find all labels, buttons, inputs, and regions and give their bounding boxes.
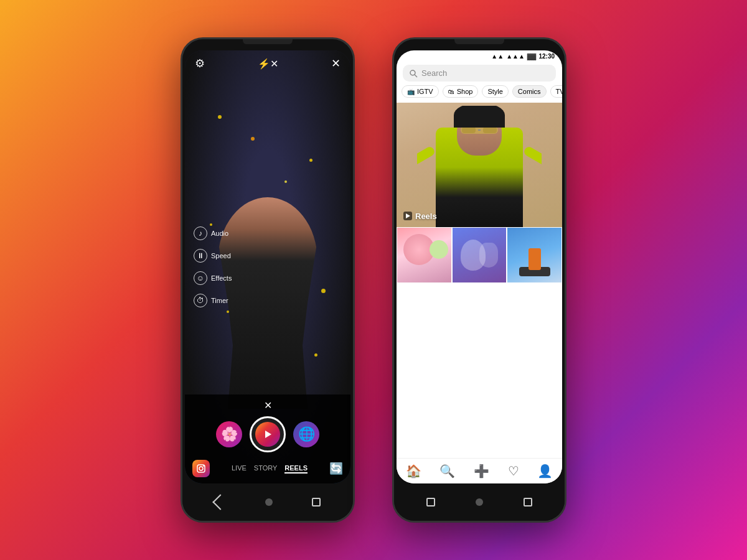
mode-live[interactable]: LIVE — [232, 464, 247, 474]
mode-row: LIVE STORY REELS 🔄 — [185, 457, 350, 480]
explore-content: Reels — [397, 103, 562, 458]
bottom-navigation: 🏠 🔍 ➕ ♡ 👤 — [397, 458, 562, 483]
main-reel-video[interactable]: Reels — [397, 103, 562, 227]
effects-icon: ☺ — [194, 271, 207, 285]
speed-icon: ⏸ — [194, 249, 207, 263]
instagram-icon — [196, 464, 206, 474]
timer-menu-item[interactable]: ⏱ Timer — [194, 294, 232, 307]
igtv-tag-icon: 📺 — [407, 88, 415, 95]
person-head — [457, 109, 502, 156]
time-display: 12:30 — [538, 53, 555, 60]
audio-icon: ♪ — [194, 226, 207, 240]
recents-button[interactable] — [312, 498, 321, 506]
mode-tabs: LIVE STORY REELS — [232, 464, 308, 474]
home-button-right[interactable] — [476, 498, 483, 506]
back-button-right[interactable] — [524, 498, 532, 506]
thumb-couple[interactable] — [452, 227, 507, 283]
igtv-tag-label: IGTV — [417, 88, 433, 95]
mode-story[interactable]: STORY — [254, 464, 278, 474]
left-arm — [417, 146, 436, 169]
search-nav-icon[interactable]: 🔍 — [439, 464, 455, 478]
style-tag-label: Style — [487, 88, 502, 95]
mode-reels[interactable]: REELS — [284, 464, 308, 474]
reels-badge: Reels — [403, 211, 437, 221]
svg-point-3 — [203, 465, 204, 467]
flash-icon[interactable]: ⚡✕ — [258, 58, 278, 70]
effects-label: Effects — [211, 274, 232, 282]
instagram-badge — [192, 460, 210, 477]
audio-menu-item[interactable]: ♪ Audio — [194, 226, 232, 240]
wifi-icon: ▲▲ — [491, 53, 504, 60]
camera-side-menu: ♪ Audio ⏸ Speed ☺ Effects ⏱ Timer — [194, 226, 232, 307]
search-icon — [409, 69, 418, 78]
svg-point-2 — [199, 467, 203, 470]
search-placeholder-text: Search — [421, 68, 447, 78]
add-nav-icon[interactable]: ➕ — [474, 464, 489, 478]
right-phone: ▲▲ ▲▲▲ ▓▓ 12:30 Search 📺 IGTV — [392, 37, 566, 523]
dismiss-button[interactable]: ✕ — [185, 399, 350, 411]
speed-label: Speed — [211, 252, 231, 259]
signal-icon: ▲▲▲ — [506, 53, 525, 60]
shutter-button[interactable] — [250, 416, 286, 452]
thumbnail-row — [397, 227, 562, 283]
home-nav-icon[interactable]: 🏠 — [406, 464, 421, 478]
speed-menu-item[interactable]: ⏸ Speed — [194, 249, 232, 263]
back-button[interactable] — [212, 494, 228, 510]
shutter-row: 🌸 🌐 — [185, 416, 350, 452]
recents-button-right[interactable] — [426, 498, 435, 506]
camera-top-bar: ⚙ ⚡✕ ✕ — [185, 57, 350, 70]
tag-style[interactable]: Style — [482, 85, 508, 98]
hair — [454, 106, 505, 128]
comics-tag-label: Comics — [518, 88, 541, 95]
left-nav-bar — [182, 483, 353, 521]
status-bar: ▲▲ ▲▲▲ ▓▓ 12:30 — [397, 50, 562, 62]
tag-igtv[interactable]: 📺 IGTV — [402, 85, 439, 98]
left-phone-screen: ⚙ ⚡✕ ✕ ♪ Audio ⏸ Speed ☺ Effects — [185, 50, 350, 483]
filter-tags-row: 📺 IGTV 🛍 Shop Style Comics TV & Movies — [397, 85, 562, 103]
shop-tag-icon: 🛍 — [448, 88, 454, 95]
reels-label-text: Reels — [415, 212, 437, 221]
close-icon[interactable]: ✕ — [331, 57, 341, 70]
svg-marker-0 — [265, 431, 271, 438]
home-button[interactable] — [265, 498, 273, 506]
explore-screen: ▲▲ ▲▲▲ ▓▓ 12:30 Search 📺 IGTV — [397, 50, 562, 483]
right-arm — [523, 146, 542, 169]
shop-tag-label: Shop — [457, 88, 473, 95]
timer-label: Timer — [211, 297, 228, 304]
activity-nav-icon[interactable]: ♡ — [508, 464, 519, 478]
shutter-inner — [255, 422, 280, 447]
audio-label: Audio — [211, 230, 228, 237]
reels-icon — [261, 428, 274, 441]
right-phone-screen: ▲▲ ▲▲▲ ▓▓ 12:30 Search 📺 IGTV — [397, 50, 562, 483]
settings-icon[interactable]: ⚙ — [195, 57, 205, 70]
right-nav-bar — [394, 483, 565, 521]
thumb-skate[interactable] — [507, 227, 562, 283]
camera-screen: ⚙ ⚡✕ ✕ ♪ Audio ⏸ Speed ☺ Effects — [185, 50, 350, 483]
svg-line-5 — [415, 75, 417, 77]
profile-nav-icon[interactable]: 👤 — [537, 464, 553, 478]
tv-movies-tag-label: TV & Movies — [556, 88, 562, 95]
effects-menu-item[interactable]: ☺ Effects — [194, 271, 232, 285]
left-phone: ⚙ ⚡✕ ✕ ♪ Audio ⏸ Speed ☺ Effects — [181, 37, 355, 523]
person-subject — [218, 197, 317, 409]
tag-tv-movies[interactable]: TV & Movies — [550, 85, 562, 98]
camera-controls: ✕ 🌸 🌐 — [185, 394, 350, 483]
thumb-flowers[interactable] — [397, 227, 452, 283]
flip-camera-icon[interactable]: 🔄 — [329, 462, 343, 475]
search-bar[interactable]: Search — [403, 65, 556, 82]
tag-comics[interactable]: Comics — [512, 85, 547, 98]
battery-icon: ▓▓ — [527, 53, 537, 60]
reels-badge-icon — [403, 211, 413, 221]
person-container — [417, 106, 542, 227]
effect-1-button[interactable]: 🌸 — [216, 421, 242, 447]
timer-icon: ⏱ — [194, 294, 207, 307]
effect-2-button[interactable]: 🌐 — [293, 421, 319, 447]
tag-shop[interactable]: 🛍 Shop — [443, 85, 479, 98]
svg-point-4 — [410, 70, 415, 75]
